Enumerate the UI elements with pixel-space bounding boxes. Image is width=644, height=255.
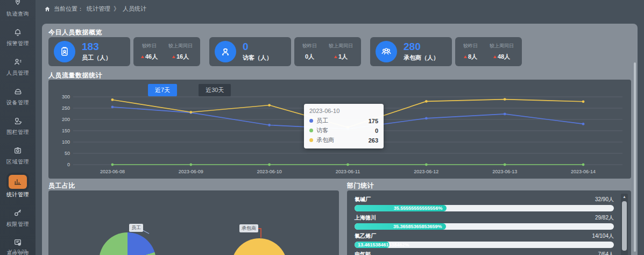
svg-text:2023-06-08: 2023-06-08: [100, 169, 125, 174]
dept-row: 氯乙烯厂 14/104人 13.461538461538462%: [355, 232, 614, 248]
svg-text:50: 50: [65, 151, 70, 156]
flow-chart-panel: 近7天 近30天 0501001502002503002023-06-08202…: [48, 80, 631, 179]
dept-percent: 35.36585365853659%: [393, 224, 442, 229]
dept-count: 7/64人: [598, 251, 614, 255]
people-icon: [12, 56, 24, 67]
compare-label: 较上周同日: [490, 42, 514, 49]
sidebar: 轨迹查询 报警管理 人员管理 设备管理 围栏管理: [0, 0, 36, 255]
stat-card-employee: 183 员工（人） 较昨日 46人 较上周同日 16人: [48, 37, 200, 66]
dept-name: 上海德川: [355, 214, 376, 222]
breadcrumb-section[interactable]: 统计管理: [87, 5, 110, 13]
pie-chart-left: [99, 232, 156, 255]
sidebar-item-label: 区域管理: [6, 158, 29, 166]
area-icon: [12, 145, 24, 156]
stat-value: 280: [404, 41, 439, 52]
sidebar-item-alarm[interactable]: 报警管理: [0, 22, 36, 52]
dept-progress-track: 35.36585365853659%: [355, 223, 614, 230]
employee-ratio-panel: 员工 承包商: [48, 190, 339, 255]
compare-label: 较上周同日: [168, 42, 193, 49]
svg-text:2023-06-12: 2023-06-12: [414, 169, 438, 174]
contractor-icon: [376, 41, 397, 62]
compare-label: 较昨日: [463, 42, 478, 49]
tooltip-series-value: 263: [369, 137, 378, 144]
stat-label: 承包商（人）: [404, 54, 439, 62]
main-content: 今日人员数据概览 183 员工（人） 较昨日 46人 较上周同日: [42, 24, 638, 255]
sidebar-item-track[interactable]: 轨迹查询: [0, 0, 36, 22]
sidebar-item-label: 统计管理: [6, 191, 29, 199]
main-scrollbar-thumb[interactable]: [634, 62, 636, 252]
scrollbar-thumb[interactable]: [622, 201, 627, 251]
tooltip-series-name: 承包商: [316, 136, 334, 144]
dept-scrollbar[interactable]: ▲: [621, 194, 628, 255]
scroll-up-icon[interactable]: ▲: [621, 195, 628, 199]
series-dot-employee: [309, 119, 313, 123]
flow-chart-title: 人员流量数据统计: [48, 71, 102, 80]
series-dot-visitor: [309, 129, 313, 132]
dept-percent: 13.461538461538462%: [358, 242, 409, 247]
svg-text:300: 300: [62, 94, 70, 100]
stat-card-contractor: 280 承包商（人） 较昨日 8人 较上周同日 48人: [370, 37, 522, 66]
sidebar-item-people[interactable]: 人员管理: [0, 52, 36, 81]
dept-name: 氯碱厂: [355, 196, 371, 203]
tooltip-series-value: 175: [369, 118, 378, 124]
stat-label: 员工（人）: [82, 54, 111, 62]
dept-progress-track: 13.461538461538462%: [355, 242, 614, 248]
svg-text:2023-06-10: 2023-06-10: [257, 169, 282, 174]
dept-progress-fill: 35.55555555555556%: [355, 205, 447, 211]
dept-count: 14/104人: [592, 232, 614, 240]
compare-value: 1人: [338, 53, 348, 61]
series-dot-contractor: [309, 138, 313, 142]
tooltip-row: 承包商 263: [309, 136, 378, 144]
compare-value: 46人: [145, 53, 158, 61]
svg-text:150: 150: [62, 128, 70, 133]
up-arrow-icon: [141, 55, 144, 58]
tooltip-series-value: 0: [375, 128, 378, 134]
stat-card-main: 280 承包商（人）: [370, 37, 452, 66]
stat-label: 访客（人）: [243, 54, 272, 62]
system-icon: [12, 237, 24, 248]
sidebar-item-label: 报警管理: [6, 40, 29, 47]
compare-label: 较上周同日: [329, 42, 353, 49]
permission-icon: [12, 208, 24, 218]
alarm-icon: [12, 27, 24, 38]
visitor-icon: [215, 41, 236, 62]
tooltip-date: 2023-06-10: [309, 108, 378, 114]
overview-title: 今日人员数据概览: [48, 28, 102, 37]
sidebar-item-permission[interactable]: 权限管理: [0, 203, 36, 232]
dept-count: 32/90人: [595, 196, 614, 203]
tooltip-row: 访客 0: [309, 126, 378, 134]
svg-text:0: 0: [67, 162, 70, 167]
breadcrumb: 当前位置： 统计管理 》 人员统计: [44, 5, 146, 13]
dept-progress-fill: 35.36585365853659%: [355, 223, 446, 230]
pie-chart-right: [231, 238, 287, 255]
home-icon[interactable]: [44, 6, 51, 12]
department-stats-panel: 氯碱厂 32/90人 35.55555555555556% 上海德川 29/82…: [347, 190, 631, 255]
sidebar-item-label: 权限管理: [6, 221, 29, 228]
department-stats-title: 部门统计: [347, 181, 374, 190]
dept-progress-track: 35.55555555555556%: [355, 205, 614, 211]
svg-text:200: 200: [62, 117, 70, 122]
breadcrumb-label: 当前位置：: [54, 5, 83, 13]
tooltip-series-name: 员工: [316, 117, 328, 125]
sidebar-item-stats[interactable]: 统计管理: [0, 170, 36, 203]
up-arrow-icon: [464, 55, 467, 58]
stat-card-main: 0 访客（人）: [209, 37, 291, 66]
stat-card-visitor: 0 访客（人） 较昨日 0人 较上周同日 1人: [209, 37, 361, 66]
compare-label: 较昨日: [302, 42, 317, 49]
pie-leader-line: [260, 228, 261, 238]
sidebar-item-device[interactable]: 设备管理: [0, 81, 36, 111]
svg-text:2023-06-13: 2023-06-13: [492, 169, 517, 174]
sidebar-item-area[interactable]: 区域管理: [0, 140, 36, 170]
dept-name: 氯乙烯厂: [355, 232, 376, 240]
app-version: V 2.0.23: [0, 249, 36, 254]
fence-icon: [12, 116, 24, 126]
stat-card-compare: 较昨日 0人 较上周同日 1人: [294, 37, 361, 66]
stat-card-compare: 较昨日 8人 较上周同日 48人: [455, 37, 522, 66]
sidebar-item-label: 设备管理: [6, 99, 29, 107]
sidebar-item-label: 人员管理: [6, 69, 29, 77]
track-icon: [12, 0, 24, 8]
stat-card-compare: 较昨日 46人 较上周同日 16人: [133, 37, 200, 66]
stat-value: 183: [82, 41, 111, 52]
sidebar-item-fence[interactable]: 围栏管理: [0, 111, 36, 140]
compare-value: 8人: [468, 53, 477, 61]
